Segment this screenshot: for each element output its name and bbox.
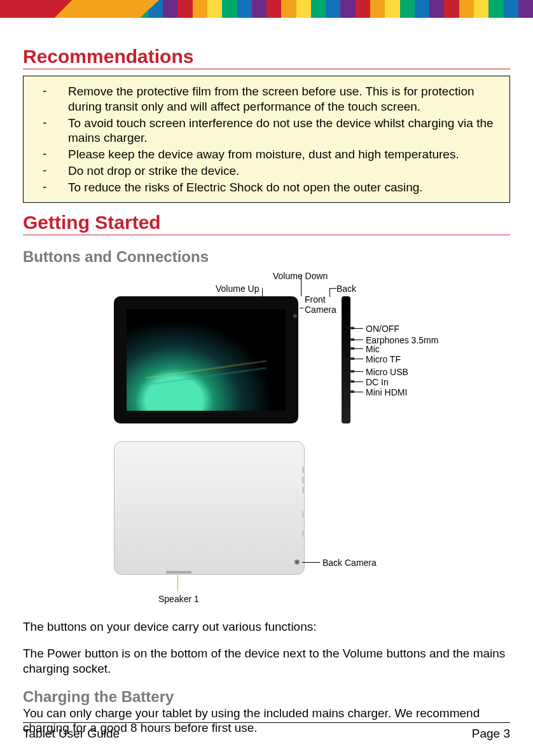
label-back: Back (336, 284, 356, 294)
speaker-icon (166, 571, 191, 574)
text-buttons-intro: The buttons on your device carry out var… (23, 619, 510, 635)
page-footer: Tablet User Guide Page 3 (23, 722, 510, 741)
tablet-back-icon (114, 441, 305, 575)
label-speaker-1: Speaker 1 (158, 594, 199, 604)
label-back-camera: Back Camera (322, 558, 377, 568)
recommendations-box: -Remove the protective film from the scr… (23, 76, 510, 203)
recommendation-item: -To reduce the risks of Electric Shock d… (43, 180, 497, 195)
recommendation-item: -Do not drop or strike the device. (43, 163, 497, 179)
label-mic: Mic (366, 344, 380, 354)
label-front-camera: Front Camera (305, 295, 336, 315)
recommendation-item: -To avoid touch screen interference do n… (43, 116, 497, 146)
heading-getting-started: Getting Started (23, 212, 510, 235)
decorative-wedge (0, 0, 159, 18)
text-power-button: The Power button is on the bottom of the… (23, 646, 510, 677)
heading-buttons-connections: Buttons and Connections (23, 248, 510, 266)
heading-charging: Charging the Battery (23, 688, 510, 706)
label-mini-hdmi: Mini HDMI (366, 387, 407, 397)
footer-title: Tablet User Guide (23, 727, 120, 741)
label-micro-tf: Micro TF (366, 354, 401, 364)
footer-page: Page 3 (472, 727, 510, 741)
tablet-front-icon (114, 296, 298, 423)
recommendation-item: -Please keep the device away from moistu… (43, 147, 497, 162)
label-dc-in: DC In (366, 377, 389, 387)
heading-recommendations: Recommendations (23, 46, 510, 69)
label-micro-usb: Micro USB (366, 367, 408, 377)
device-diagram: Volume Up Volume Down Back Front Camera … (88, 270, 445, 613)
label-volume-up: Volume Up (216, 284, 259, 294)
label-on-off: ON/OFF (366, 324, 399, 334)
tablet-side-icon (342, 296, 350, 423)
recommendation-item: -Remove the protective film from the scr… (43, 84, 497, 114)
